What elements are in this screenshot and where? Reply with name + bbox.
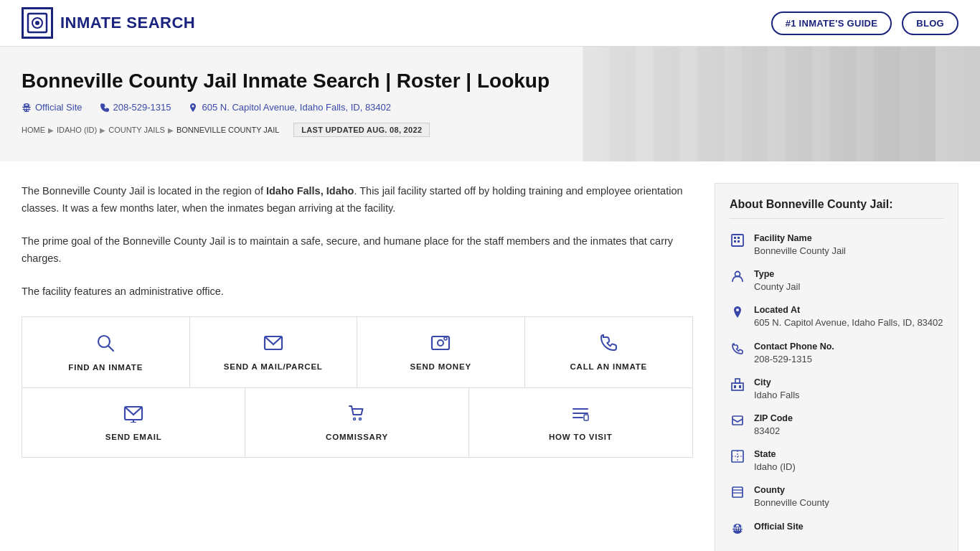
city-icon bbox=[730, 378, 745, 395]
info-row-county: County Bonneville County bbox=[730, 485, 943, 509]
phone-label: Contact Phone No. bbox=[754, 342, 834, 352]
state-icon bbox=[730, 450, 745, 466]
breadcrumb-idaho[interactable]: IDAHO (ID) bbox=[57, 126, 97, 134]
action-send-email[interactable]: SEND EMAIL bbox=[22, 388, 245, 457]
county-label: County bbox=[754, 485, 829, 495]
send-mail-label: SEND A MAIL/PARCEL bbox=[224, 362, 323, 371]
header: INMATE SEARCH #1 INMATE'S GUIDE BLOG bbox=[0, 0, 980, 47]
official-site-label: Official Site bbox=[754, 522, 804, 532]
svg-point-22 bbox=[354, 418, 356, 420]
send-mail-icon bbox=[263, 334, 283, 355]
action-grid-row1: FIND AN INMATE SEND A MAIL/PARCEL SEND M… bbox=[22, 316, 693, 388]
breadcrumb: HOME ▶ IDAHO (ID) ▶ COUNTY JAILS ▶ BONNE… bbox=[22, 123, 958, 137]
find-inmate-label: FIND AN INMATE bbox=[68, 363, 143, 372]
hero-section: Bonneville County Jail Inmate Search | R… bbox=[0, 47, 980, 161]
zip-content: ZIP Code 83402 bbox=[754, 413, 793, 438]
call-inmate-label: CALL AN INMATE bbox=[570, 362, 647, 371]
blog-button[interactable]: BLOG bbox=[902, 11, 958, 35]
info-row-type: Type County Jail bbox=[730, 269, 943, 293]
location-icon bbox=[730, 306, 745, 322]
info-row-city: City Idaho Falls bbox=[730, 377, 943, 402]
svg-point-18 bbox=[444, 337, 447, 340]
action-send-mail[interactable]: SEND A MAIL/PARCEL bbox=[190, 317, 358, 387]
inmates-guide-button[interactable]: #1 INMATE'S GUIDE bbox=[771, 11, 892, 35]
svg-rect-31 bbox=[738, 237, 740, 239]
logo-icon bbox=[22, 7, 53, 39]
logo-area: INMATE SEARCH bbox=[22, 7, 195, 39]
facility-label: Facility Name bbox=[754, 233, 846, 243]
send-email-icon bbox=[123, 404, 143, 425]
hero-meta: Official Site 208-529-1315 605 N. Capito… bbox=[22, 102, 958, 113]
updated-badge: LAST UPDATED AUG. 08, 2022 bbox=[293, 123, 430, 137]
zip-icon bbox=[730, 414, 745, 430]
send-email-label: SEND EMAIL bbox=[105, 433, 162, 441]
city-label: City bbox=[754, 377, 800, 387]
svg-rect-36 bbox=[734, 385, 736, 388]
breadcrumb-county-jails[interactable]: COUNTY JAILS bbox=[108, 126, 165, 134]
city-content: City Idaho Falls bbox=[754, 377, 800, 402]
type-value: County Jail bbox=[754, 281, 800, 293]
breadcrumb-current: BONNEVILLE COUNTY JAIL bbox=[176, 126, 279, 134]
hero-phone: 208-529-1315 bbox=[100, 102, 171, 113]
svg-rect-32 bbox=[738, 240, 740, 242]
action-commissary[interactable]: COMMISSARY bbox=[245, 388, 468, 457]
commissary-label: COMMISSARY bbox=[326, 433, 388, 441]
send-money-label: SEND MONEY bbox=[410, 362, 471, 371]
official-site-icon bbox=[730, 522, 745, 539]
county-content: County Bonneville County bbox=[754, 485, 829, 509]
svg-rect-40 bbox=[732, 487, 743, 497]
state-content: State Idaho (ID) bbox=[754, 449, 796, 474]
svg-rect-29 bbox=[734, 237, 736, 239]
state-label: State bbox=[754, 449, 796, 459]
sidebar-card: About Bonneville County Jail: Facility N… bbox=[715, 183, 958, 551]
how-to-visit-icon bbox=[571, 404, 590, 425]
call-inmate-icon bbox=[599, 334, 618, 355]
svg-line-14 bbox=[109, 346, 114, 351]
action-find-inmate[interactable]: FIND AN INMATE bbox=[22, 317, 190, 387]
hero-address: 605 N. Capitol Avenue, Idaho Falls, ID, … bbox=[188, 102, 391, 113]
sidebar: About Bonneville County Jail: Facility N… bbox=[715, 183, 958, 551]
info-row-facility: Facility Name Bonneville County Jail bbox=[730, 233, 943, 258]
info-row-location: Located At 605 N. Capitol Avenue, Idaho … bbox=[730, 305, 943, 329]
zip-label: ZIP Code bbox=[754, 413, 793, 423]
action-send-money[interactable]: SEND MONEY bbox=[357, 317, 525, 387]
content-area: The Bonneville County Jail is located in… bbox=[22, 183, 715, 551]
type-content: Type County Jail bbox=[754, 269, 800, 293]
county-value: Bonneville County bbox=[754, 496, 829, 509]
state-value: Idaho (ID) bbox=[754, 461, 796, 474]
svg-rect-30 bbox=[734, 240, 736, 242]
svg-rect-37 bbox=[739, 385, 741, 388]
para2: The prime goal of the Bonneville County … bbox=[22, 233, 693, 268]
facility-icon bbox=[730, 234, 745, 250]
breadcrumb-home[interactable]: HOME bbox=[22, 126, 45, 134]
facility-content: Facility Name Bonneville County Jail bbox=[754, 233, 846, 258]
type-icon bbox=[730, 270, 745, 286]
find-inmate-icon bbox=[95, 333, 116, 356]
info-row-zip: ZIP Code 83402 bbox=[730, 413, 943, 438]
svg-point-23 bbox=[359, 418, 362, 420]
svg-rect-35 bbox=[735, 379, 740, 383]
county-icon bbox=[730, 486, 745, 502]
svg-rect-27 bbox=[584, 415, 588, 420]
facility-value: Bonneville County Jail bbox=[754, 245, 846, 258]
location-label: Located At bbox=[754, 305, 943, 315]
phone-icon bbox=[730, 342, 745, 359]
svg-point-13 bbox=[98, 336, 110, 347]
site-logo-text: INMATE SEARCH bbox=[60, 14, 195, 32]
header-nav: #1 INMATE'S GUIDE BLOG bbox=[771, 11, 958, 35]
bold-location: Idaho Falls, Idaho bbox=[266, 185, 354, 197]
commissary-icon bbox=[347, 404, 366, 425]
location-content: Located At 605 N. Capitol Avenue, Idaho … bbox=[754, 305, 943, 329]
official-site-link[interactable]: Official Site bbox=[22, 102, 83, 113]
type-label: Type bbox=[754, 269, 800, 279]
sidebar-title: About Bonneville County Jail: bbox=[730, 198, 943, 219]
svg-rect-34 bbox=[732, 383, 743, 390]
official-site-content: Official Site bbox=[754, 522, 804, 533]
action-call-inmate[interactable]: CALL AN INMATE bbox=[525, 317, 693, 387]
info-row-official-site: Official Site bbox=[730, 522, 943, 539]
city-value: Idaho Falls bbox=[754, 389, 800, 402]
location-value: 605 N. Capitol Avenue, Idaho Falls, ID, … bbox=[754, 316, 943, 329]
action-how-to-visit[interactable]: HOW TO VISIT bbox=[469, 388, 692, 457]
para3: The facility features an administrative … bbox=[22, 283, 693, 301]
info-row-phone: Contact Phone No. 208-529-1315 bbox=[730, 342, 943, 366]
